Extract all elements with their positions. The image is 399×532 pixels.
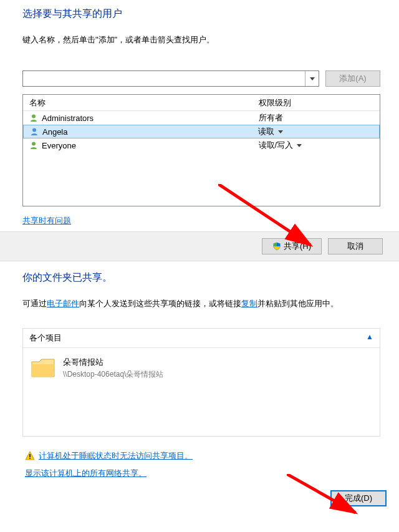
items-label: 各个项目: [29, 332, 62, 344]
group-icon: [29, 114, 38, 122]
chevron-down-icon[interactable]: [278, 130, 283, 133]
warning-icon: [25, 451, 35, 461]
item-path: \\Desktop-406etaq\朵哥情报站: [63, 369, 163, 380]
folder-icon: [31, 357, 55, 379]
row-perm: 读取: [258, 126, 274, 137]
item-name: 朵哥情报站: [63, 357, 163, 368]
row-name: Everyone: [42, 141, 76, 150]
cancel-button[interactable]: 取消: [328, 238, 383, 254]
table-row[interactable]: Everyone读取/写入: [23, 138, 380, 152]
svg-point-2: [32, 142, 36, 146]
collapse-caret-icon[interactable]: ▲: [366, 332, 373, 344]
svg-point-0: [32, 115, 36, 118]
table-row[interactable]: Administrators所有者: [23, 111, 380, 125]
add-button: 添加(A): [325, 70, 380, 87]
red-arrow-1: [218, 184, 330, 265]
sleep-warning-link[interactable]: 计算机处于睡眠状态时无法访问共享项目。: [39, 450, 193, 462]
column-name[interactable]: 名称: [23, 97, 259, 109]
email-link[interactable]: 电子邮件: [47, 299, 79, 308]
user-input[interactable]: [23, 71, 305, 86]
svg-rect-5: [29, 458, 31, 459]
row-perm: 所有者: [259, 112, 283, 123]
group-icon: [29, 141, 38, 150]
chevron-down-icon[interactable]: [297, 144, 302, 147]
table-row[interactable]: Angela读取: [23, 125, 380, 138]
svg-point-1: [32, 128, 36, 132]
row-name: Administrators: [42, 114, 94, 123]
panel1-title: 选择要与其共享的用户: [22, 7, 380, 21]
svg-line-6: [287, 474, 355, 513]
row-name: Angela: [42, 127, 67, 137]
panel2-title: 你的文件夹已共享。: [22, 271, 380, 284]
svg-line-3: [218, 184, 310, 245]
copy-link[interactable]: 复制: [241, 299, 257, 308]
column-perm[interactable]: 权限级别: [259, 97, 380, 109]
row-perm: 读取/写入: [259, 140, 294, 151]
items-box: 各个项目 ▲ 朵哥情报站 \\Desktop-406etaq\朵哥情报站: [22, 328, 380, 437]
panel2-desc: 可通过电子邮件向某个人发送到这些共享项的链接，或将链接复制并粘贴到其他应用中。: [22, 298, 380, 309]
svg-rect-4: [29, 454, 31, 457]
chevron-down-icon[interactable]: [305, 71, 319, 86]
user-icon: [30, 127, 39, 136]
help-link[interactable]: 共享时有问题: [22, 216, 71, 225]
show-all-shares-link[interactable]: 显示该计算机上的所有网络共享。: [25, 468, 147, 478]
user-combo[interactable]: [22, 70, 319, 87]
panel1-desc: 键入名称，然后单击"添加"，或者单击箭头查找用户。: [22, 34, 380, 46]
red-arrow-2: [287, 474, 387, 515]
